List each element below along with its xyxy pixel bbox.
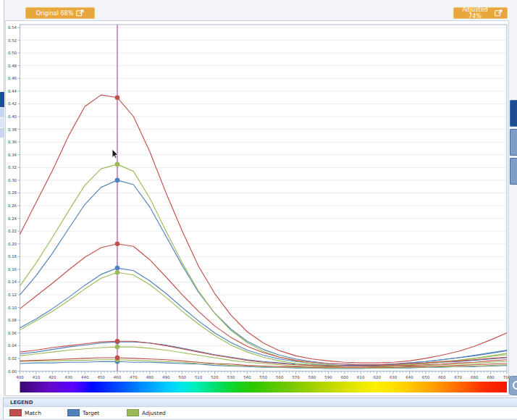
svg-text:510: 510 <box>195 375 203 379</box>
svg-text:0.22: 0.22 <box>8 229 17 233</box>
legend-item-target: Target <box>67 409 127 416</box>
svg-text:610: 610 <box>357 375 365 379</box>
svg-text:0.20: 0.20 <box>8 242 17 246</box>
legend-items: Match Target Adjusted <box>4 407 517 419</box>
svg-text:0.14: 0.14 <box>8 280 17 284</box>
svg-text:0.06: 0.06 <box>8 331 17 335</box>
svg-text:580: 580 <box>308 375 316 379</box>
svg-text:0.32: 0.32 <box>8 165 17 169</box>
svg-text:690: 690 <box>487 375 495 379</box>
share-icon <box>76 9 84 17</box>
svg-text:640: 640 <box>405 375 413 379</box>
svg-text:0.30: 0.30 <box>8 178 17 182</box>
legend-label-match: Match <box>25 410 41 416</box>
spectral-reflectance-chart[interactable]: 0.000.020.040.060.080.100.120.140.160.18… <box>0 0 517 420</box>
svg-text:660: 660 <box>438 375 446 379</box>
svg-text:0.34: 0.34 <box>8 153 17 157</box>
svg-text:540: 540 <box>243 375 251 379</box>
svg-text:630: 630 <box>390 375 398 379</box>
svg-text:680: 680 <box>471 375 479 379</box>
svg-text:480: 480 <box>146 375 154 379</box>
svg-text:0.08: 0.08 <box>8 318 17 322</box>
svg-text:0.44: 0.44 <box>8 89 17 93</box>
svg-text:0.24: 0.24 <box>8 217 17 221</box>
legend-item-match: Match <box>9 409 67 416</box>
chart-corner-button[interactable] <box>509 376 517 395</box>
svg-text:0.50: 0.50 <box>8 51 17 55</box>
app-window: 0.000.020.040.060.080.100.120.140.160.18… <box>0 0 517 420</box>
right-panel-swatch[interactable] <box>510 129 517 156</box>
right-panel-swatch[interactable] <box>510 158 517 185</box>
svg-text:400: 400 <box>16 375 24 379</box>
svg-text:590: 590 <box>324 375 332 379</box>
svg-text:460: 460 <box>114 375 122 379</box>
legend-label-adjusted: Adjusted <box>142 410 166 416</box>
svg-text:0.46: 0.46 <box>8 76 17 80</box>
svg-text:410: 410 <box>33 375 41 379</box>
svg-text:620: 620 <box>374 375 382 379</box>
svg-text:570: 570 <box>292 375 300 379</box>
legend-label-target: Target <box>83 410 99 416</box>
svg-text:0.48: 0.48 <box>8 64 17 68</box>
original-button-label: Original 68% <box>36 10 74 17</box>
svg-text:450: 450 <box>97 375 105 379</box>
svg-text:440: 440 <box>81 375 89 379</box>
adjusted-button-label: Adjusted 74% <box>458 7 492 20</box>
legend-title: LEGEND <box>4 398 517 407</box>
svg-text:560: 560 <box>276 375 284 379</box>
share-icon <box>495 9 503 17</box>
legend: LEGEND Match Target Adjusted <box>3 398 517 419</box>
svg-text:0.16: 0.16 <box>8 267 17 272</box>
svg-text:470: 470 <box>130 375 138 379</box>
circle-icon <box>513 381 517 390</box>
svg-text:0.36: 0.36 <box>8 140 17 144</box>
svg-text:0.52: 0.52 <box>8 38 17 43</box>
svg-text:0.12: 0.12 <box>8 293 17 297</box>
svg-text:0.02: 0.02 <box>8 356 17 361</box>
original-percentage-button[interactable]: Original 68% <box>25 7 95 19</box>
svg-text:650: 650 <box>422 375 430 379</box>
svg-text:0.28: 0.28 <box>8 190 17 195</box>
legend-item-adjusted: Adjusted <box>127 409 166 416</box>
svg-text:500: 500 <box>179 375 187 379</box>
right-panel-selected-swatch[interactable] <box>510 100 517 127</box>
svg-text:0.54: 0.54 <box>8 25 17 30</box>
svg-text:0.26: 0.26 <box>8 203 17 208</box>
svg-text:0.40: 0.40 <box>8 114 17 119</box>
svg-text:0.18: 0.18 <box>8 254 17 259</box>
svg-text:600: 600 <box>341 375 349 379</box>
svg-text:520: 520 <box>211 375 219 379</box>
svg-text:0.38: 0.38 <box>8 127 17 132</box>
adjusted-percentage-button[interactable]: Adjusted 74% <box>453 7 508 19</box>
svg-text:0.10: 0.10 <box>8 306 17 310</box>
svg-text:530: 530 <box>227 375 235 379</box>
svg-text:550: 550 <box>260 375 268 379</box>
legend-swatch-adjusted <box>127 409 139 416</box>
svg-text:420: 420 <box>49 375 56 379</box>
legend-swatch-target <box>67 409 80 416</box>
svg-text:0.04: 0.04 <box>8 343 17 348</box>
svg-text:490: 490 <box>162 375 170 379</box>
svg-text:670: 670 <box>455 375 463 379</box>
legend-swatch-match <box>9 409 22 416</box>
svg-text:0.00: 0.00 <box>8 369 17 374</box>
svg-text:430: 430 <box>65 375 73 379</box>
svg-text:0.42: 0.42 <box>8 101 17 106</box>
